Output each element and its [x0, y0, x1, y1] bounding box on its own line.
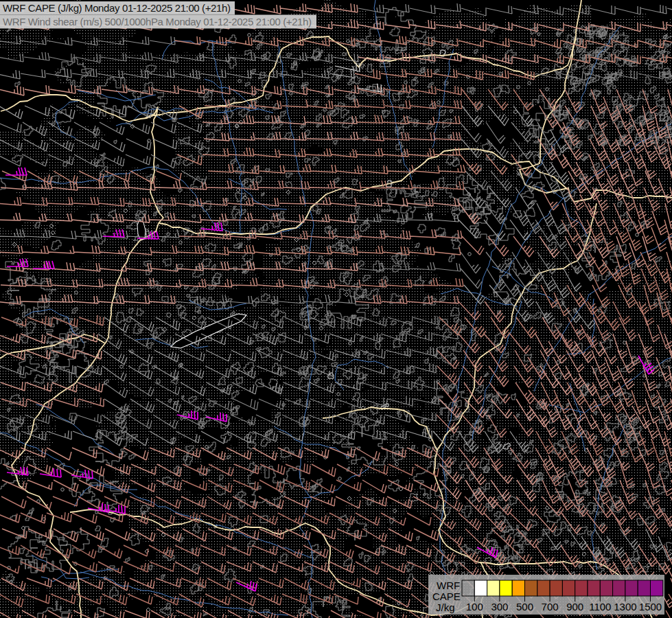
- svg-text:300: 300: [491, 601, 508, 613]
- svg-text:1100: 1100: [589, 601, 611, 613]
- svg-text:WRF: WRF: [437, 580, 460, 591]
- svg-text:1300: 1300: [614, 601, 636, 613]
- svg-text:700: 700: [542, 601, 559, 613]
- svg-text:500: 500: [516, 601, 533, 613]
- svg-text:1500: 1500: [639, 601, 662, 613]
- svg-text:900: 900: [566, 601, 583, 613]
- svg-text:WRF Wind shear (m/s) 500/1000h: WRF Wind shear (m/s) 500/1000hPa Monday …: [3, 16, 312, 27]
- svg-text:WRF CAPE (J/kg) Monday 01-12-2: WRF CAPE (J/kg) Monday 01-12-2025 21:00 …: [3, 2, 231, 14]
- svg-text:CAPE: CAPE: [432, 591, 461, 602]
- svg-text:100: 100: [466, 601, 483, 613]
- svg-text:J/kg: J/kg: [436, 602, 455, 613]
